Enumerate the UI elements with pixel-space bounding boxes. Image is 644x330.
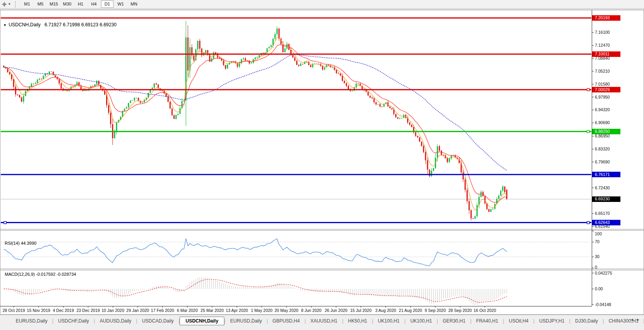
svg-text:6.88250: 6.88250 [595, 129, 610, 134]
tab-scroll-right-button[interactable]: ► [636, 317, 642, 322]
svg-text:21 Aug 2020: 21 Aug 2020 [399, 308, 422, 313]
svg-text:70: 70 [595, 239, 600, 244]
timeframe-button-h1[interactable]: H1 [74, 0, 87, 8]
svg-text:6 Mar 2020: 6 Mar 2020 [177, 308, 198, 313]
chart-tab-usdcad-daily[interactable]: USDCAD,Daily [137, 317, 178, 325]
svg-text:6.90690: 6.90690 [595, 120, 610, 125]
svg-text:25 Mar 2020: 25 Mar 2020 [200, 308, 224, 313]
timeframe-buttons: M1M5M15M30H1H4D1W1MN [20, 0, 141, 8]
svg-text:7.16100: 7.16100 [595, 30, 610, 35]
timeframe-button-m15[interactable]: M15 [48, 0, 60, 8]
svg-text:3 Aug 2020: 3 Aug 2020 [375, 308, 396, 313]
rsi-indicator-label: RSI(14) 44.3990 [5, 241, 37, 246]
macd-signal-line [4, 279, 507, 302]
svg-text:9 Sep 2020: 9 Sep 2020 [425, 308, 446, 313]
ma-slow-line [4, 54, 507, 170]
svg-text:10 Jan 2020: 10 Jan 2020 [101, 308, 124, 313]
timeframe-button-h4[interactable]: H4 [88, 0, 100, 8]
svg-text:30: 30 [595, 254, 600, 259]
level-handle-6.62643[interactable] [587, 222, 589, 224]
svg-text:28 Sep 2020: 28 Sep 2020 [448, 308, 472, 313]
chart-tab-dj30-daily[interactable]: DJ30,Daily [571, 317, 603, 325]
chart-tab-xauusd-h1[interactable]: XAUUSD,H1 [306, 317, 342, 325]
svg-text:6.83320: 6.83320 [595, 147, 610, 151]
chart-tab-fra40-h1[interactable]: FRA40,H1 [472, 317, 503, 325]
svg-text:26 Jun 2020: 26 Jun 2020 [325, 308, 347, 313]
svg-text:6.62643: 6.62643 [595, 220, 610, 225]
svg-text:1 May 2020: 1 May 2020 [251, 308, 273, 313]
svg-text:15 Nov 2019: 15 Nov 2019 [27, 308, 50, 313]
svg-text:6.86950: 6.86950 [595, 134, 610, 138]
svg-text:16 Oct 2020: 16 Oct 2020 [473, 308, 496, 313]
chart-tab-uk100-h1[interactable]: UK100,H1 [405, 317, 437, 325]
price-chart[interactable]: 7.161007.124707.088407.052107.015806.979… [0, 10, 644, 315]
svg-text:15 Jul 2020: 15 Jul 2020 [350, 308, 371, 313]
timeframe-button-w1[interactable]: W1 [114, 0, 127, 8]
chart-tab-audusd-daily[interactable]: AUDUSD,Daily [95, 317, 136, 325]
svg-text:6.72430: 6.72430 [595, 185, 610, 190]
macd-indicator-label: MACD(12,26,9) -0.017592 -0.028734 [5, 272, 76, 277]
cursor-tool-button[interactable]: ▼ [2, 2, 11, 7]
chart-window: 7.161007.124707.088407.052107.015806.979… [0, 10, 644, 315]
tab-scroll-left-button[interactable]: ◄ [630, 317, 636, 322]
level-handle-6.62643[interactable] [4, 222, 6, 224]
collapse-arrow-icon[interactable]: ▼ [3, 23, 7, 27]
chart-frame [0, 10, 644, 315]
svg-text:0.042275: 0.042275 [595, 271, 612, 275]
svg-text:6.94320: 6.94320 [595, 107, 610, 112]
candles [3, 21, 507, 220]
chart-tab-uk100-h1[interactable]: UK100,H1 [373, 317, 404, 325]
svg-text:-0.04148: -0.04148 [595, 302, 611, 307]
chart-tab-eurusd-daily[interactable]: EURUSD,Daily [11, 317, 52, 325]
chart-tab-usdjpy-h1[interactable]: USDJPY,H1 [534, 317, 569, 325]
chart-title: ▼USDCNH,Daily6.71927 6.71998 6.69123 6.6… [3, 22, 117, 28]
svg-text:6.76171: 6.76171 [595, 172, 610, 177]
level-handle-7.00029[interactable] [587, 88, 589, 91]
top-toolbar: ▼ M1M5M15M30H1H4D1W1MN [0, 0, 644, 9]
chart-tab-gbpusd-h4[interactable]: GBPUSD,H4 [268, 317, 305, 325]
toolbar-grip[interactable] [15, 1, 17, 7]
chart-tab-usoil-h4[interactable]: USOil,H4 [504, 317, 533, 325]
macd-pane [4, 277, 507, 305]
chart-tab-usdcnh-daily[interactable]: USDCNH,Daily [180, 317, 224, 325]
svg-text:6.69230: 6.69230 [595, 196, 610, 201]
svg-text:20 May 2020: 20 May 2020 [275, 308, 299, 313]
timeframe-button-m30[interactable]: M30 [61, 0, 73, 8]
chart-tab-eurusd-daily[interactable]: EURUSD,Daily [226, 317, 267, 325]
svg-text:7.10011: 7.10011 [595, 51, 609, 56]
svg-text:100: 100 [595, 231, 602, 236]
chart-tabs: EURUSD,Daily|USDCHF,Daily|AUDUSD,Daily|U… [11, 316, 628, 325]
ma-mid-line [4, 45, 507, 202]
svg-text:7.12470: 7.12470 [595, 43, 610, 48]
svg-text:7.05210: 7.05210 [595, 69, 610, 73]
ma-fast-line [4, 37, 507, 210]
svg-text:6.79690: 6.79690 [595, 160, 610, 164]
rsi-line [4, 238, 507, 266]
svg-text:6.97950: 6.97950 [595, 95, 610, 99]
chart-ohlc-values: 6.71927 6.71998 6.69123 6.69230 [44, 22, 117, 28]
svg-text:4 Dec 2019: 4 Dec 2019 [53, 308, 74, 313]
svg-text:13 Apr 2020: 13 Apr 2020 [226, 308, 248, 313]
date-axis: 28 Oct 201915 Nov 20194 Dec 201923 Dec 2… [2, 306, 496, 313]
svg-text:7.01580: 7.01580 [595, 82, 610, 86]
svg-text:0: 0 [595, 265, 597, 270]
timeframe-button-m1[interactable]: M1 [21, 0, 33, 8]
svg-text:7.00029: 7.00029 [595, 87, 610, 92]
timeframe-button-m5[interactable]: M5 [34, 0, 47, 8]
timeframe-button-d1[interactable]: D1 [101, 0, 114, 8]
chevron-down-icon[interactable]: ▼ [8, 2, 11, 6]
svg-text:0.00: 0.00 [595, 286, 603, 291]
level-handle-6.88250[interactable] [587, 130, 589, 133]
svg-text:28 Oct 2019: 28 Oct 2019 [2, 308, 25, 313]
chart-tab-hk50-h1[interactable]: HK50,H1 [343, 317, 372, 325]
svg-text:29 Jan 2020: 29 Jan 2020 [127, 308, 149, 313]
timeframe-button-mn[interactable]: MN [128, 0, 140, 8]
chart-symbol: USDCNH,Daily [9, 22, 40, 28]
svg-text:17 Feb 2020: 17 Feb 2020 [151, 308, 174, 313]
tab-scroll-arrows: ◄► [630, 317, 642, 322]
chart-tab-bar: EURUSD,Daily|USDCHF,Daily|AUDUSD,Daily|U… [0, 315, 644, 330]
chart-tab-ger30-h1[interactable]: GER30,H1 [438, 317, 470, 325]
chart-tab-usdchf-daily[interactable]: USDCHF,Daily [53, 317, 94, 325]
svg-text:6.65170: 6.65170 [595, 211, 610, 216]
price-levels[interactable] [1, 18, 591, 224]
